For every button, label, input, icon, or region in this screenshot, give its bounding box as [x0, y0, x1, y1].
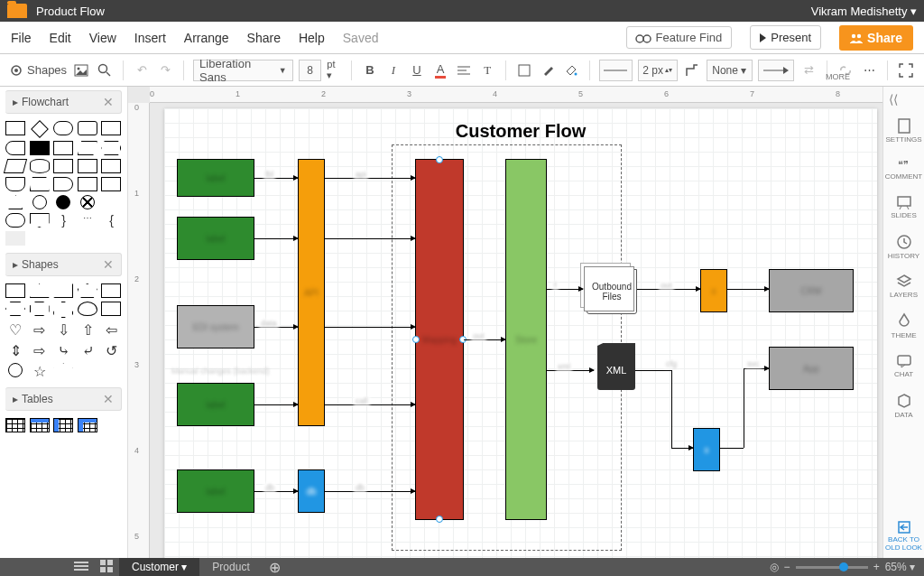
zoom-target-icon[interactable]: ◎ — [770, 561, 779, 573]
shape[interactable]: ⋯ — [78, 213, 98, 228]
comment-tab[interactable]: ❝❞COMMENT — [883, 154, 924, 184]
shape[interactable] — [78, 141, 97, 155]
shape[interactable] — [80, 195, 95, 209]
menu-file[interactable]: File — [11, 31, 32, 45]
back-to-old-look[interactable]: BACK TO OLD LOOK — [883, 515, 924, 558]
redo-icon[interactable]: ↷ — [156, 60, 174, 80]
fullscreen-icon[interactable] — [897, 60, 915, 80]
layers-tab[interactable]: LAYERS — [883, 271, 924, 302]
shape[interactable] — [5, 213, 25, 228]
shape-arrow[interactable]: ⤷ — [53, 342, 74, 359]
shape-arrow[interactable]: ⤶ — [78, 342, 98, 359]
section-shapes[interactable]: ▸Shapes✕ — [5, 253, 122, 276]
zoom-level[interactable]: 65% ▾ — [885, 561, 915, 573]
line-style-select[interactable] — [599, 60, 633, 81]
shape-rect[interactable] — [5, 121, 25, 135]
zoom-slider[interactable] — [796, 566, 868, 569]
bold-button[interactable]: B — [361, 60, 379, 80]
shape-arrow[interactable]: ⇦ — [101, 321, 122, 339]
shape[interactable] — [4, 159, 27, 173]
node-grey-right-2[interactable]: App — [769, 347, 854, 390]
shape[interactable] — [30, 141, 50, 155]
shape[interactable] — [53, 141, 73, 155]
present-button[interactable]: Present — [750, 25, 821, 50]
chat-tab[interactable]: CHAT — [883, 350, 924, 382]
shape[interactable] — [56, 195, 70, 209]
shape[interactable] — [78, 159, 97, 173]
user-menu[interactable]: Vikram Medishetty ▾ — [811, 5, 917, 18]
shape[interactable] — [53, 283, 73, 298]
shape-table[interactable] — [53, 418, 73, 432]
shape-table[interactable] — [30, 418, 50, 432]
close-icon[interactable]: ✕ — [103, 95, 114, 109]
connector[interactable] — [720, 448, 744, 449]
node-green-4[interactable]: label — [177, 469, 254, 513]
menu-insert[interactable]: Insert — [134, 31, 166, 45]
shape[interactable] — [53, 177, 73, 191]
connector[interactable] — [744, 368, 769, 369]
line-end-none[interactable]: None ▾ — [707, 60, 753, 81]
connector[interactable] — [671, 448, 693, 449]
undo-icon[interactable]: ↶ — [133, 60, 151, 80]
connector[interactable] — [325, 327, 415, 328]
text-style-button[interactable]: T — [478, 60, 496, 80]
shape-rounded[interactable] — [78, 121, 97, 135]
shape-diamond[interactable] — [31, 120, 49, 138]
menu-arrange[interactable]: Arrange — [184, 31, 229, 45]
feature-find[interactable]: Feature Find — [626, 26, 733, 49]
shape-brace[interactable]: { — [101, 213, 122, 228]
shape[interactable] — [101, 283, 121, 298]
node-orange-tall[interactable]: API — [298, 159, 325, 426]
shape[interactable] — [101, 159, 121, 173]
connector[interactable] — [744, 368, 744, 448]
shape-arrow[interactable]: ⇨ — [30, 342, 51, 359]
tab-product[interactable]: Product — [199, 558, 262, 576]
connector[interactable] — [727, 289, 769, 290]
connector[interactable] — [254, 404, 298, 405]
add-page-icon[interactable]: ⊕ — [263, 559, 288, 576]
selection-handle[interactable] — [436, 516, 443, 523]
connector[interactable] — [325, 491, 415, 492]
node-red-selected[interactable]: Mapping — [415, 159, 464, 520]
connector[interactable] — [325, 404, 415, 405]
node-blue-2[interactable]: x — [693, 428, 720, 471]
node-green-1[interactable]: label — [177, 159, 254, 197]
shape-cylinder[interactable] — [30, 159, 50, 173]
connector[interactable] — [254, 238, 298, 239]
shapes-toggle[interactable]: Shapes — [9, 63, 67, 78]
close-icon[interactable]: ✕ — [103, 392, 114, 406]
search-icon[interactable] — [96, 60, 114, 80]
node-green-2[interactable]: label — [177, 217, 254, 260]
diagram-page[interactable]: Customer Flow label label EDI system Man… — [164, 108, 877, 558]
font-unit[interactable]: pt ▾ — [327, 59, 342, 81]
font-family-select[interactable]: Liberation Sans▼ — [193, 60, 293, 81]
selection-handle[interactable] — [412, 336, 420, 343]
node-lightgreen[interactable]: Store — [505, 159, 547, 520]
node-grey-right-1[interactable]: CRM — [769, 269, 854, 312]
shape-brace[interactable]: } — [53, 213, 74, 228]
border-color-button[interactable] — [539, 60, 557, 80]
shape[interactable] — [101, 141, 121, 155]
more-options[interactable]: ⋯ — [860, 60, 878, 80]
shape[interactable] — [5, 177, 25, 191]
shape[interactable] — [5, 231, 25, 246]
shape-rect2[interactable] — [101, 121, 121, 135]
share-button[interactable]: Share — [839, 25, 913, 51]
outline-icon[interactable] — [69, 561, 94, 574]
shape-arrow[interactable]: ⇧ — [78, 321, 98, 339]
italic-button[interactable]: I — [384, 60, 402, 80]
underline-button[interactable]: U — [408, 60, 426, 80]
shape-table[interactable] — [5, 418, 25, 432]
connector[interactable] — [325, 238, 415, 239]
shape-terminator[interactable] — [53, 121, 73, 135]
menu-edit[interactable]: Edit — [50, 31, 71, 45]
paint-bucket-icon[interactable] — [562, 60, 580, 80]
shape-star[interactable]: ☆ — [30, 363, 51, 380]
shape-heart[interactable]: ♡ — [5, 321, 26, 339]
shape-arrow[interactable]: ⇩ — [53, 321, 74, 339]
arrow-end-select[interactable] — [758, 60, 794, 81]
shape[interactable] — [30, 213, 50, 228]
stroke-width-input[interactable]: 2 px▴▾ — [638, 60, 678, 81]
shape-circle[interactable] — [32, 195, 47, 209]
swap-ends-icon[interactable]: ⇄ — [799, 60, 818, 80]
